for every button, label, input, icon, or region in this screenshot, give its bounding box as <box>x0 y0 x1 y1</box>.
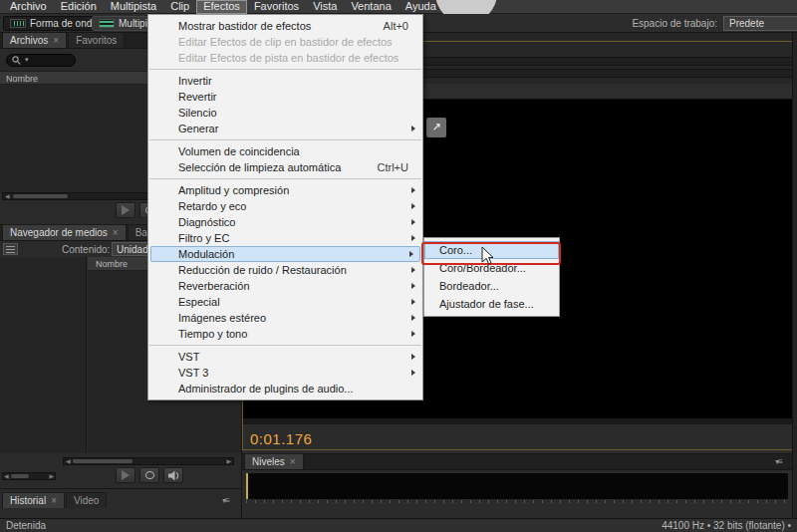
preview-play-button[interactable] <box>116 202 135 218</box>
submenu-item-ajustador-de-fase[interactable]: Ajustador de fase... <box>424 295 559 313</box>
menubar-item-efectos[interactable]: Efectos <box>196 0 247 14</box>
menu-item-label: Editar Efectos de pista en bastidor de e… <box>178 52 398 64</box>
content-label: Contenido: <box>62 244 110 255</box>
menu-item-especial[interactable]: Especial <box>148 294 422 310</box>
menu-item-label: Volumen de coincidencia <box>178 145 300 157</box>
menu-item-imagenes-estereo[interactable]: Imágenes estéreo <box>148 310 422 326</box>
menubar-item-edicion[interactable]: Edición <box>54 0 104 14</box>
menu-item-generar[interactable]: Generar <box>148 121 422 136</box>
menu-item-label: Editar Efectos de clip en bastidor de ef… <box>178 36 393 48</box>
menu-item-diagnostico[interactable]: Diagnóstico <box>148 214 422 230</box>
menubar-item-archivo[interactable]: Archivo <box>3 0 54 14</box>
scroll-thumb[interactable] <box>13 194 68 198</box>
media-tree-h-scrollbar[interactable]: ◀ ▶ <box>2 472 56 480</box>
scroll-right-icon[interactable]: ▶ <box>49 473 54 480</box>
play-icon <box>122 470 130 480</box>
menu-item-invertir[interactable]: Invertir <box>148 73 422 89</box>
files-tab-label: Favoritos <box>76 35 117 46</box>
menu-item-tiempo-y-tono[interactable]: Tiempo y tono <box>148 326 422 342</box>
tab-close-icon[interactable]: × <box>113 227 119 238</box>
waveform-button-label: Forma de onda <box>30 18 98 29</box>
waveform-icon <box>10 19 26 28</box>
hud-button[interactable]: ↗ <box>426 118 446 137</box>
media-tab-label: Navegador de medios <box>10 227 108 238</box>
panel-menu-icon[interactable]: ▾≡ <box>222 496 229 505</box>
submenu-arrow-icon <box>411 315 415 321</box>
bottom-tab-historial[interactable]: Historial× <box>2 492 65 508</box>
bottom-tab-video[interactable]: Video <box>66 492 107 508</box>
menu-item-silencio[interactable]: Silencio <box>148 105 422 121</box>
transport-row: 0:01.176 <box>242 423 797 453</box>
tab-close-icon[interactable]: × <box>290 456 296 467</box>
bottom-tab-label: Historial <box>10 495 46 506</box>
menu-item-reverberacion[interactable]: Reverberación <box>148 278 422 294</box>
files-tab-archivos[interactable]: Archivos× <box>2 32 67 48</box>
media-list-h-scrollbar[interactable]: ◀ ▶ <box>63 457 234 465</box>
files-tab-favoritos[interactable]: Favoritos <box>68 32 125 48</box>
menu-item-amplitud-y-compresion[interactable]: Amplitud y compresión <box>148 182 422 198</box>
menu-item-retardo-y-eco[interactable]: Retardo y eco <box>148 198 422 214</box>
time-display[interactable]: 0:01.176 <box>250 430 312 447</box>
scroll-left-icon[interactable]: ◀ <box>5 193 10 200</box>
levels-tab-niveles[interactable]: Niveles× <box>244 453 304 469</box>
menubar-item-multipista[interactable]: Multipista <box>104 0 163 14</box>
waveform-view-button[interactable]: Forma de onda <box>3 16 105 31</box>
scroll-right-icon[interactable]: ▶ <box>226 458 231 465</box>
level-meter <box>246 473 788 499</box>
submenu-arrow-icon <box>411 331 415 337</box>
file-format-status: 44100 Hz • 32 bits (flotante) • <box>662 520 791 531</box>
menu-separator <box>149 139 421 140</box>
tab-close-icon[interactable]: × <box>51 495 57 506</box>
scroll-left-icon[interactable]: ◀ <box>66 458 71 465</box>
workspace-dropdown[interactable]: Predete <box>723 16 797 31</box>
menubar-item-clip[interactable]: Clip <box>163 0 196 14</box>
scroll-left-icon[interactable]: ◀ <box>4 473 9 480</box>
panel-menu-icon[interactable]: ▾≡ <box>775 457 782 466</box>
menu-item-label: Reducción de ruido / Restauración <box>178 264 347 276</box>
submenu-arrow-icon <box>411 370 415 376</box>
multitrack-icon <box>99 19 115 28</box>
media-filter-icon[interactable] <box>3 243 18 255</box>
effects-menu: Mostrar bastidor de efectosAlt+0Editar E… <box>147 14 423 400</box>
menu-item-label: Mostrar bastidor de efectos <box>178 20 311 32</box>
preview-volume-button[interactable] <box>163 467 183 483</box>
menu-item-label: Imágenes estéreo <box>178 312 266 324</box>
menubar-item-vista[interactable]: Vista <box>306 0 344 14</box>
speaker-icon <box>168 470 179 481</box>
media-tree <box>0 257 87 453</box>
menubar-item-favoritos[interactable]: Favoritos <box>247 0 306 14</box>
menu-item-label: Generar <box>178 123 218 134</box>
menu-item-label: Selección de limpieza automática <box>178 161 341 173</box>
menu-item-administrador-de-plugins-de-audio[interactable]: Administrador de plugins de audio... <box>148 381 422 397</box>
meter-scale <box>246 504 788 516</box>
menu-item-volumen-de-coincidencia[interactable]: Volumen de coincidencia <box>148 143 422 159</box>
menu-item-filtro-y-ec[interactable]: Filtro y EC <box>148 230 422 246</box>
menu-item-mostrar-bastidor-de-efectos[interactable]: Mostrar bastidor de efectosAlt+0 <box>148 18 422 34</box>
menu-separator <box>149 69 421 70</box>
submenu-arrow-icon <box>411 235 415 241</box>
menubar-item-ventana[interactable]: Ventana <box>344 0 398 14</box>
search-caret-icon[interactable]: ▾ <box>25 56 29 64</box>
menu-item-vst[interactable]: VST <box>148 349 422 365</box>
menu-item-label: Amplitud y compresión <box>178 184 289 196</box>
play-icon <box>122 205 130 215</box>
submenu-arrow-icon <box>411 126 415 132</box>
preview-play-button[interactable] <box>116 467 135 483</box>
menu-item-vst-3[interactable]: VST 3 <box>148 365 422 381</box>
menu-item-reduccion-de-ruido-restauracion[interactable]: Reducción de ruido / Restauración <box>148 262 422 278</box>
scroll-thumb[interactable] <box>73 459 133 463</box>
menu-item-seleccion-de-limpieza-automatica[interactable]: Selección de limpieza automáticaCtrl+U <box>148 159 422 175</box>
tab-close-icon[interactable]: × <box>53 35 59 46</box>
scroll-thumb[interactable] <box>11 474 29 478</box>
preview-loop-button[interactable] <box>139 467 159 483</box>
submenu-item-bordeador[interactable]: Bordeador... <box>424 277 559 295</box>
search-box[interactable]: ▾ <box>6 54 76 67</box>
media-tab-navegador-de-medios[interactable]: Navegador de medios× <box>2 224 127 240</box>
menu-item-label: Filtro y EC <box>178 232 229 244</box>
menu-item-revertir[interactable]: Revertir <box>148 89 422 105</box>
column-name[interactable]: Nombre <box>6 74 38 84</box>
levels-tab-row: Niveles× <box>242 454 792 470</box>
menu-item-modulacion[interactable]: Modulación <box>150 246 420 262</box>
menu-item-label: Especial <box>178 296 220 308</box>
menu-item-editar-efectos-de-clip-en-bastidor-de-efectos: Editar Efectos de clip en bastidor de ef… <box>148 34 422 50</box>
